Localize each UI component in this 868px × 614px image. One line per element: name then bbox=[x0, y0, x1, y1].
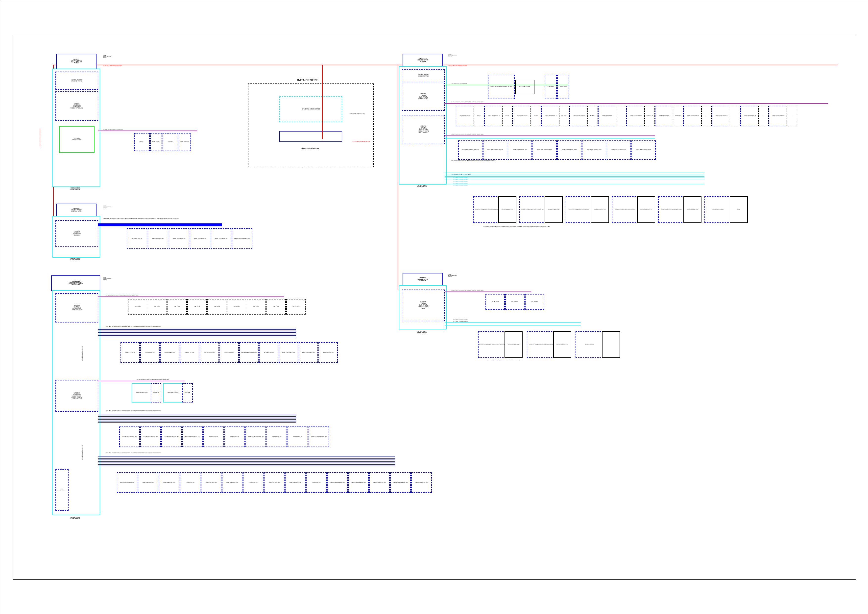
item: DIGITAL TEMP & HUMIDITY - PDAM bbox=[532, 140, 557, 160]
item: CRAC-2 55 kW bbox=[148, 299, 167, 314]
item: AMF BOARD EMERG - 1NO bbox=[148, 229, 168, 249]
pair: CONNECTOR COMPARTMENT MOUNTED INSIDE DB-… bbox=[478, 331, 506, 358]
swg: 1 X 2C 23AWG - LOW LEVEL INTERFACE bbox=[453, 181, 503, 182]
pair: FLASHING LIGHT & SOUNDER bbox=[704, 196, 731, 223]
idt23-enc: 8 PORTS - 10/100TXETHERNET SWITCH CMS/ID… bbox=[399, 66, 446, 185]
item: INCOMER VCB STATUS OFF - 1NO bbox=[140, 426, 161, 447]
batt-cyan bbox=[445, 322, 581, 323]
blue-bundle-1 bbox=[98, 329, 296, 337]
pair: INCOMING BREAKER - 1 NO bbox=[637, 196, 655, 223]
pair: CONNECTOR COMPARTMENT MOUNTED INSIDE bbox=[612, 196, 639, 223]
idt23-foot: CMS ENCLOSUREFLOOR MOUNTED bbox=[403, 185, 441, 188]
idt1-vesda: VESDA HLIRS232 GATEWAY bbox=[59, 126, 95, 153]
item: CRAC INTERNALS TO CHILLER - 1NO bbox=[239, 342, 259, 363]
item: UPS - A3 320KVA bbox=[525, 294, 544, 309]
workstation-label: CMS OPERATOR WORKSTATION bbox=[248, 148, 372, 149]
item: CHILLER 1 STATUS - 1NO bbox=[121, 342, 140, 363]
pair: DIGITAL POWER METER - 7 bbox=[626, 106, 646, 126]
pair: AC PANEL A-1A bbox=[644, 106, 655, 126]
pair bbox=[602, 331, 620, 358]
pair: WATER LEAK DETECTION 2 bbox=[163, 383, 184, 403]
pair: - bbox=[787, 106, 797, 126]
item: BUS COUPLER ON STATUS 1 - 1NO bbox=[182, 426, 203, 447]
pair: CONNECTOR COMPARTMENT MOUNTED INSIDE DB-… bbox=[519, 196, 546, 223]
drawing-frame: DATA CENTRE 20" LCD WIDE SCREEN MONITOR … bbox=[0, 0, 868, 614]
pair: INCOMING BREAKER - 1 NO bbox=[505, 331, 522, 358]
item: CRAC-5 55 kW bbox=[207, 299, 226, 314]
pair: INCOMING BREAKER - 1 NO bbox=[684, 196, 702, 223]
item: TXFMR 1 STATUS ON - 1NO bbox=[138, 473, 158, 493]
batt-rs485: RS - 485 - HIGH LEVEL - USING 1 X 1 PAIR… bbox=[451, 290, 525, 291]
eth-to-ws bbox=[322, 65, 322, 139]
pair: CONNECTOR COMPARTMENT MOUNTED INSIDE DB-… bbox=[473, 196, 500, 223]
item: AMF BOARD TRIP - 1NO bbox=[259, 342, 278, 363]
pair: CONNECTOR COMPARTMENT MOUNTED INSIDE bbox=[566, 196, 592, 223]
pdc3-ctrl: CMS/PDC3IP BASEDCONTROLLER(16DI/8AO) bbox=[56, 220, 98, 247]
item: DIGITAL TEMP & HUMIDITY - ROOM bbox=[607, 140, 631, 160]
pair: CONNECTOR COMPARTMENT MOUNTED INSIDE SSB… bbox=[527, 331, 555, 358]
item: UPS - A1 320KVA bbox=[485, 294, 505, 309]
item: TXFMR 2 STATUS ON - 1NO bbox=[201, 473, 222, 493]
idt23-title: CMS/IDT/2 & 3LOCATED NEXT TODB-REC-A1 bbox=[403, 54, 443, 67]
cyan-bundle bbox=[445, 173, 704, 180]
batt-power: 240VAC -ESSENTIAL POWERSUPPLY bbox=[448, 274, 468, 277]
item: CHILLER 3 TRIP - 1NO bbox=[220, 342, 239, 363]
item: TRANS 3 COMMON TRIP - 1NO bbox=[411, 473, 432, 493]
item: UPS - A2 320KVA bbox=[505, 294, 525, 309]
item: GENSET B TRIP - 1NO bbox=[288, 426, 308, 447]
pdc1-rs485: RS - 485 - HIGH LEVEL - USING 1 X 1 PAIR… bbox=[105, 295, 180, 296]
pdc12-enc: CMS/PDC1IP BASEDCONTROLLER(16DI/8AO) WIT… bbox=[53, 290, 100, 515]
item: TXFMR 1 TRIP - 1NO bbox=[180, 473, 200, 493]
pair: - bbox=[701, 106, 712, 126]
item: DIGITAL TEMP & HUMIDITY - DATA HALL A bbox=[458, 140, 482, 160]
pair: CRAC-1 bbox=[474, 106, 484, 126]
pair: INCOMING BREAKER bbox=[575, 331, 603, 358]
item: CHILLER 3 STATUS - 1NO bbox=[200, 342, 219, 363]
pair: AC PANEL B bbox=[587, 106, 598, 126]
pdc3-enc: CMS/PDC3IP BASEDCONTROLLER(16DI/8AO) bbox=[53, 216, 100, 258]
pair: DIGITAL POWER METER - 6 bbox=[598, 106, 617, 126]
item: CHILLER 2 TRIP - 1NO bbox=[180, 342, 199, 363]
item: TRANS 2 COMMON WARNING - 1NO bbox=[348, 473, 369, 493]
dcrec1: DC RECTIFIER I bbox=[545, 75, 557, 99]
pair: CHILLER bbox=[502, 106, 513, 126]
pdc12-foot: CMS ENCLOSUREFLOOR MOUNTED bbox=[56, 517, 95, 519]
pdc-comm2: INTERNAL COMMUNICATION STRIP bbox=[82, 440, 83, 465]
idt23-rownote: 1 X 2C 23AWG - LOW LEVEL INTERFACE 1 X 2… bbox=[483, 226, 706, 227]
blue-bundle-3 bbox=[98, 456, 395, 466]
pair: DIGITAL POWER METER - 3 bbox=[513, 106, 532, 126]
pair: DIGITAL POWER METER - 12 bbox=[769, 106, 788, 126]
item: CRAC-3 55 kW bbox=[167, 299, 187, 314]
item: GENSET FUEL LOW - 1NO bbox=[127, 229, 147, 249]
ethernet-top bbox=[53, 65, 837, 65]
pair: WLD 2 RELAY bbox=[182, 383, 193, 403]
item: GENSET B RUN - 1NO bbox=[267, 426, 287, 447]
item: GENSET A TRIP - 1NO bbox=[225, 426, 245, 447]
data-centre-box: 20" LCD WIDE SCREEN MONITOR CMS OPERATOR… bbox=[248, 84, 374, 167]
pair: WLD 1 RELAY bbox=[151, 383, 161, 403]
pdc2-rs485: RS - 485 - HIGH LEVEL - USING 1 X 2 PAIR… bbox=[136, 379, 211, 380]
item: CHILLER 1 TRIP - 1NO bbox=[140, 342, 160, 363]
idt23-green bbox=[445, 85, 568, 85]
idt1-mag bbox=[98, 131, 197, 131]
pdc3-title: CMS/PDC/3LOCATED NEXT TOVESDA VLP PANEL bbox=[56, 204, 96, 217]
batt-rownote: 1 X 2C 23AWG - LOW LEVEL INTERFACE 1 X 2… bbox=[488, 360, 612, 361]
vesda-0: VESDA 2 bbox=[134, 133, 150, 151]
item: TXFMR 2 TRIP - 1NO bbox=[243, 473, 264, 493]
swg: 1 X 2C 23AWG - LOW LEVEL INTERFACE bbox=[453, 321, 503, 322]
pair: DIGITAL POWER METER - 4 bbox=[541, 106, 560, 126]
idt1-ctrl: CMS/IDT1IP BASEDCONTROLLER(GE/BAC) WITHM… bbox=[56, 92, 98, 121]
pair: INCOMING BREAKER - 1 NO bbox=[498, 196, 516, 223]
pdc3-power: 240VAC -ESSENTIAL POWERSUPPLY bbox=[103, 205, 123, 208]
item: GENSET A - NOT IN AUTO - 1NO bbox=[279, 342, 298, 363]
item: CRAC-1 55 kW bbox=[128, 299, 147, 314]
idt23-rj45: RJ45 PORT AT LCD PANEL bbox=[515, 80, 535, 94]
pair: DIGITAL POWER METER - 5 bbox=[570, 106, 589, 126]
pair: CONNECTOR COMPARTMENT MOUNTED INSIDE bbox=[658, 196, 685, 223]
idt1-switch: 8 PORTS - 10/100TXETHERNET SWITCH bbox=[56, 72, 98, 90]
item: DIGITAL TEMP & HUMIDITY - ROOM bbox=[631, 140, 656, 160]
batt-title: CMS/BATT/1LOCATED NEXT TOUPS A1 PANEL bbox=[403, 273, 443, 286]
pair: DIGITAL POWER METER - 2 bbox=[484, 106, 504, 126]
pdc3-foot: CMS ENCLOSUREFLOOR MOUNTED bbox=[56, 258, 95, 261]
idt1-enc: 8 PORTS - 10/100TXETHERNET SWITCH CMS/ID… bbox=[53, 68, 100, 187]
